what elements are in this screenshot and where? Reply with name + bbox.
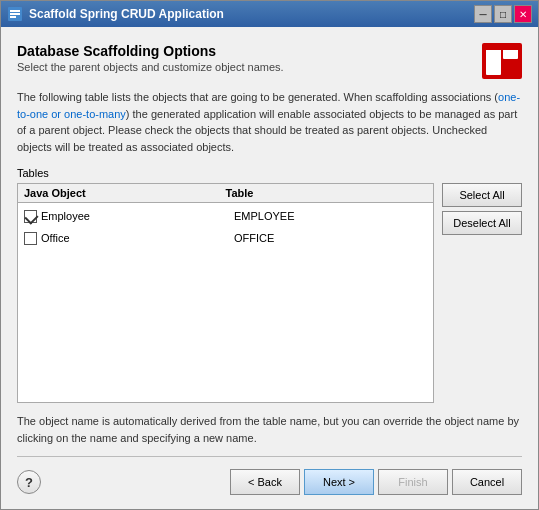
main-description: The following table lists the objects th…	[17, 89, 522, 155]
row-checkbox-employee[interactable]	[24, 210, 37, 223]
header-text: Database Scaffolding Options Select the …	[17, 43, 284, 73]
table-body: Employee EMPLOYEE Office OFFICE	[18, 203, 433, 251]
select-all-button[interactable]: Select All	[442, 183, 522, 207]
main-window: Scaffold Spring CRUD Application ─ □ ✕ D…	[0, 0, 539, 510]
footer: ? < Back Next > Finish Cancel	[17, 465, 522, 499]
svg-rect-2	[10, 13, 20, 15]
row-java-employee: Employee	[41, 210, 234, 222]
svg-rect-5	[486, 47, 501, 75]
col-table: Table	[226, 187, 428, 199]
svg-rect-3	[10, 16, 16, 18]
col-java-object: Java Object	[24, 187, 226, 199]
minimize-button[interactable]: ─	[474, 5, 492, 23]
title-bar-controls: ─ □ ✕	[474, 5, 532, 23]
cancel-button[interactable]: Cancel	[452, 469, 522, 495]
next-button[interactable]: Next >	[304, 469, 374, 495]
tables-table: Java Object Table Employee EMPLOYEE	[17, 183, 434, 403]
page-title: Database Scaffolding Options	[17, 43, 284, 59]
database-logo-icon	[482, 43, 522, 79]
tables-label: Tables	[17, 167, 522, 179]
title-bar: Scaffold Spring CRUD Application ─ □ ✕	[1, 1, 538, 27]
table-header-row: Java Object Table	[18, 184, 433, 203]
page-subtitle: Select the parent objects and customize …	[17, 61, 284, 73]
maximize-button[interactable]: □	[494, 5, 512, 23]
back-button[interactable]: < Back	[230, 469, 300, 495]
page-header: Database Scaffolding Options Select the …	[17, 43, 522, 79]
svg-rect-1	[10, 10, 20, 12]
window-icon	[7, 6, 23, 22]
svg-rect-8	[503, 47, 518, 50]
footer-left: ?	[17, 470, 41, 494]
footer-right: < Back Next > Finish Cancel	[230, 469, 522, 495]
bottom-description: The object name is automatically derived…	[17, 413, 522, 446]
svg-rect-7	[486, 47, 501, 50]
window-title: Scaffold Spring CRUD Application	[29, 7, 224, 21]
close-button[interactable]: ✕	[514, 5, 532, 23]
side-buttons: Select All Deselect All	[442, 183, 522, 403]
tables-container: Java Object Table Employee EMPLOYEE	[17, 183, 522, 403]
footer-separator	[17, 456, 522, 457]
table-row[interactable]: Employee EMPLOYEE	[18, 205, 433, 227]
finish-button[interactable]: Finish	[378, 469, 448, 495]
row-table-office: OFFICE	[234, 232, 427, 244]
row-checkbox-office[interactable]	[24, 232, 37, 245]
help-button[interactable]: ?	[17, 470, 41, 494]
table-row[interactable]: Office OFFICE	[18, 227, 433, 249]
row-table-employee: EMPLOYEE	[234, 210, 427, 222]
tables-section: Tables Java Object Table Employee EMPLOY…	[17, 167, 522, 403]
deselect-all-button[interactable]: Deselect All	[442, 211, 522, 235]
title-bar-left: Scaffold Spring CRUD Application	[7, 6, 224, 22]
row-java-office: Office	[41, 232, 234, 244]
content-area: Database Scaffolding Options Select the …	[1, 27, 538, 509]
